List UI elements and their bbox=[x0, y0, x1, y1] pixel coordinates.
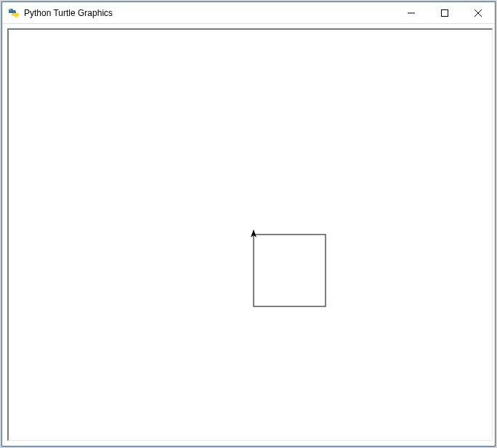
close-button[interactable] bbox=[461, 2, 495, 24]
svg-point-0 bbox=[9, 9, 11, 10]
application-window: Python Turtle Graphics bbox=[1, 1, 496, 447]
svg-rect-3 bbox=[442, 9, 448, 16]
turtle-drawing bbox=[9, 30, 496, 445]
canvas-inner bbox=[9, 30, 492, 440]
minimize-icon bbox=[408, 8, 415, 19]
titlebar[interactable]: Python Turtle Graphics bbox=[2, 2, 495, 24]
close-icon bbox=[474, 8, 482, 19]
maximize-button[interactable] bbox=[428, 2, 461, 24]
drawn-square bbox=[254, 235, 326, 306]
app-icon bbox=[8, 7, 20, 19]
window-controls bbox=[395, 2, 495, 23]
maximize-icon bbox=[441, 8, 448, 19]
minimize-button[interactable] bbox=[395, 2, 428, 24]
svg-rect-6 bbox=[254, 235, 326, 306]
svg-point-1 bbox=[17, 15, 18, 17]
window-title: Python Turtle Graphics bbox=[24, 8, 395, 18]
turtle-canvas bbox=[7, 28, 493, 441]
